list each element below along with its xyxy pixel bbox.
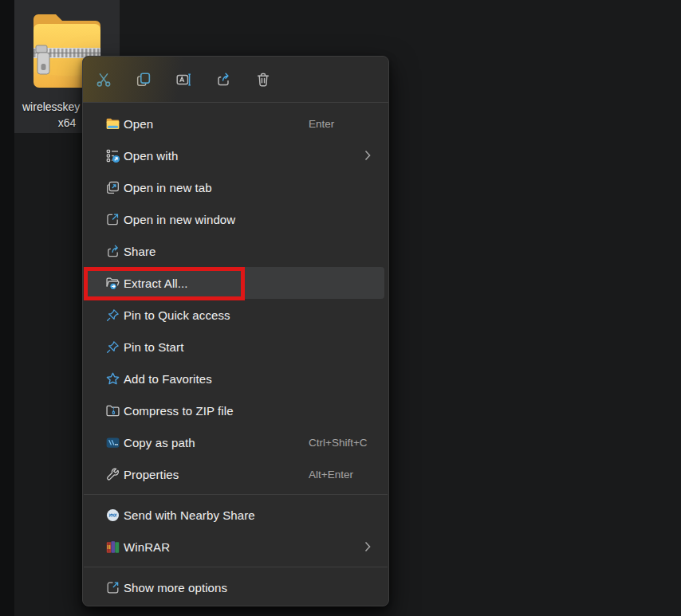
chevron-right-icon bbox=[364, 541, 371, 552]
menu-item-open-in-new-window[interactable]: Open in new window bbox=[87, 203, 384, 235]
new-tab-icon bbox=[104, 179, 121, 196]
chevron-right-icon bbox=[364, 150, 371, 161]
menu-item-properties[interactable]: Properties Alt+Enter bbox=[87, 458, 384, 490]
menu-item-winrar[interactable]: WinRAR bbox=[87, 531, 384, 563]
menu-separator bbox=[84, 494, 388, 495]
menu-item-label: Copy as path bbox=[124, 436, 195, 449]
shortcut-label: Alt+Enter bbox=[309, 469, 353, 481]
menu-separator bbox=[84, 567, 388, 567]
shortcut-label: Ctrl+Shift+C bbox=[309, 437, 368, 449]
menu-item-share[interactable]: Share bbox=[87, 235, 384, 267]
menu-item-open-with[interactable]: Open with bbox=[87, 139, 384, 171]
cut-button[interactable] bbox=[87, 63, 120, 96]
menu-item-label: Send with Nearby Share bbox=[124, 508, 255, 522]
menu-item-show-more-options[interactable]: Show more options bbox=[87, 571, 384, 603]
menu-item-send-with-nearby-share[interactable]: Send with Nearby Share bbox=[87, 499, 384, 531]
menu-item-label: Pin to Start bbox=[124, 340, 183, 354]
file-name-line1: wirelesskey bbox=[22, 100, 80, 113]
menu-item-label: Compress to ZIP file bbox=[124, 404, 234, 418]
context-menu: Open Enter Open with bbox=[82, 56, 389, 606]
show-more-icon bbox=[104, 579, 121, 596]
cut-icon bbox=[95, 71, 112, 88]
menu-items: Open Enter Open with bbox=[83, 103, 388, 603]
menu-item-label: Show more options bbox=[124, 581, 227, 594]
menu-item-label: Open bbox=[124, 117, 153, 131]
star-icon bbox=[104, 370, 121, 387]
rename-button[interactable] bbox=[167, 63, 200, 96]
rename-icon bbox=[175, 71, 192, 88]
quick-actions-toolbar bbox=[83, 57, 388, 103]
winrar-icon bbox=[104, 538, 121, 555]
menu-item-add-to-favorites[interactable]: Add to Favorites bbox=[87, 363, 384, 394]
copy-button[interactable] bbox=[127, 63, 160, 96]
new-window-icon bbox=[104, 210, 121, 228]
menu-item-copy-as-path[interactable]: Copy as path Ctrl+Shift+C bbox=[87, 426, 384, 458]
menu-item-label: Pin to Quick access bbox=[124, 308, 230, 322]
pin-icon bbox=[104, 306, 121, 324]
menu-item-label: Share bbox=[124, 245, 156, 258]
menu-item-pin-to-start[interactable]: Pin to Start bbox=[87, 331, 384, 363]
menu-item-label: Open in new tab bbox=[124, 181, 212, 194]
pin-icon bbox=[104, 338, 121, 355]
menu-item-compress-to-zip[interactable]: Compress to ZIP file bbox=[87, 394, 384, 426]
menu-item-label: Open with bbox=[124, 149, 178, 163]
menu-item-label: Open in new window bbox=[124, 213, 235, 226]
menu-item-open[interactable]: Open Enter bbox=[87, 108, 384, 139]
copy-path-icon bbox=[104, 434, 121, 451]
share-icon bbox=[215, 71, 232, 88]
menu-item-label: WinRAR bbox=[124, 540, 170, 554]
menu-item-label: Properties bbox=[124, 468, 179, 481]
menu-item-open-in-new-tab[interactable]: Open in new tab bbox=[87, 171, 384, 203]
nearby-share-icon bbox=[104, 506, 121, 524]
wrench-icon bbox=[104, 465, 121, 483]
menu-item-label: Add to Favorites bbox=[124, 372, 212, 386]
zip-folder-icon bbox=[104, 402, 121, 419]
annotation-highlight-box bbox=[84, 267, 245, 300]
delete-icon bbox=[254, 71, 272, 88]
share-icon bbox=[104, 242, 121, 260]
desktop-left-strip bbox=[0, 0, 14, 616]
copy-icon bbox=[135, 71, 152, 88]
delete-button[interactable] bbox=[246, 63, 280, 96]
open-with-icon bbox=[104, 147, 121, 164]
explorer-folder-icon bbox=[104, 115, 121, 132]
share-button[interactable] bbox=[207, 63, 240, 96]
menu-item-pin-to-quick-access[interactable]: Pin to Quick access bbox=[87, 299, 384, 331]
shortcut-label: Enter bbox=[309, 118, 334, 130]
